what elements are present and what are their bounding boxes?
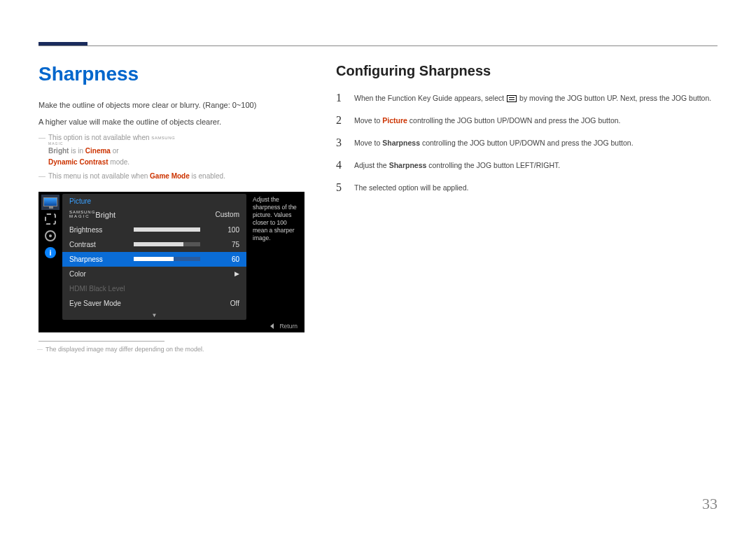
configuring-title: Configuring Sharpness — [336, 63, 718, 79]
eyesaver-label: Eye Saver Mode — [69, 300, 134, 307]
note1-mid: is in — [69, 147, 85, 155]
note1-end: mode. — [108, 158, 130, 166]
color-label: Color — [69, 270, 134, 278]
content-columns: Sharpness Make the outline of objects mo… — [38, 63, 718, 353]
osd-menu-screenshot: i Picture SAMSUNGMAGICBright Custom Brig… — [38, 192, 304, 332]
note-game-mode: This menu is not available when Game Mod… — [48, 171, 304, 182]
frame-icon — [41, 211, 59, 227]
step-5-number: 5 — [336, 181, 354, 194]
sharpness-value: 60 — [206, 255, 239, 263]
osd-row-hdmi-black-level: HDMI Black Level — [62, 281, 246, 296]
step-1-number: 1 — [336, 92, 354, 104]
footnote-text: The displayed image may differ depending… — [46, 346, 304, 353]
right-column: Configuring Sharpness 1 When the Functio… — [336, 63, 718, 353]
color-arrow-icon: ▶ — [206, 270, 239, 277]
eyesaver-value: Off — [206, 300, 239, 307]
return-arrow-icon — [270, 323, 274, 329]
step-1: 1 When the Function Key Guide appears, s… — [336, 92, 718, 104]
step-3-text: Move to Sharpness controlling the JOG bu… — [354, 136, 718, 149]
osd-row-sharpness: Sharpness 60 — [62, 252, 246, 267]
osd-main-panel: Picture SAMSUNGMAGICBright Custom Bright… — [62, 194, 246, 320]
step-4: 4 Adjust the Sharpness controlling the J… — [336, 159, 718, 171]
note2-pre: This menu is not available when — [48, 172, 150, 180]
step-4-text: Adjust the Sharpness controlling the JOG… — [354, 159, 718, 171]
osd-row-magicbright: SAMSUNGMAGICBright Custom — [62, 207, 246, 223]
step-5: 5 The selected option will be applied. — [336, 181, 718, 194]
step-3: 3 Move to Sharpness controlling the JOG … — [336, 136, 718, 149]
menu-icon — [507, 95, 517, 102]
osd-footer: Return — [38, 320, 304, 331]
monitor-icon — [41, 195, 59, 210]
step-2-number: 2 — [336, 114, 354, 127]
note-magic-bright: This option is not available when SAMSUN… — [48, 132, 304, 168]
dynamic-contrast-text: Dynamic Contrast — [48, 158, 108, 166]
osd-row-contrast: Contrast 75 — [62, 237, 246, 252]
note1-pre: This option is not available when — [48, 134, 151, 141]
page-number: 33 — [702, 495, 718, 513]
hdmi-label: HDMI Black Level — [69, 285, 125, 293]
section-title: Sharpness — [38, 63, 304, 85]
sharpness-label: Sharpness — [69, 255, 134, 263]
magicbright-label: SAMSUNGMAGICBright — [69, 211, 134, 219]
cinema-text: Cinema — [85, 147, 111, 155]
contrast-label: Contrast — [69, 241, 134, 248]
step-5-text: The selected option will be applied. — [354, 181, 718, 194]
top-rule — [38, 45, 718, 46]
osd-body: i Picture SAMSUNGMAGICBright Custom Brig… — [38, 192, 304, 320]
note1-or: or — [111, 147, 119, 155]
osd-row-brightness: Brightness 100 — [62, 223, 246, 237]
brightness-label: Brightness — [69, 226, 134, 234]
info-icon: i — [41, 245, 59, 260]
contrast-slider — [134, 242, 200, 246]
osd-row-color: Color ▶ — [62, 267, 246, 281]
gear-icon — [41, 228, 59, 244]
brightness-slider — [134, 227, 200, 232]
game-mode-text: Game Mode — [150, 172, 190, 180]
scroll-down-icon: ▼ — [62, 311, 246, 320]
step-4-number: 4 — [336, 159, 354, 171]
footnote-rule — [38, 341, 164, 342]
return-label: Return — [279, 323, 298, 330]
note2-end: is enabled. — [190, 172, 225, 180]
step-2-text: Move to Picture controlling the JOG butt… — [354, 114, 718, 127]
step-1-text: When the Function Key Guide appears, sel… — [354, 92, 718, 104]
osd-tooltip: Adjust the sharpness of the picture. Val… — [248, 192, 304, 320]
osd-row-eye-saver: Eye Saver Mode Off — [62, 296, 246, 311]
description-2: A higher value will make the outline of … — [38, 116, 304, 129]
description-1: Make the outline of objects more clear o… — [38, 99, 304, 112]
osd-header: Picture — [62, 194, 246, 207]
step-2: 2 Move to Picture controlling the JOG bu… — [336, 114, 718, 127]
left-column: Sharpness Make the outline of objects mo… — [38, 63, 304, 353]
top-accent-bar — [38, 42, 88, 45]
bright-text: Bright — [48, 147, 69, 155]
contrast-value: 75 — [206, 241, 239, 248]
magicbright-value: Custom — [206, 211, 239, 218]
step-3-number: 3 — [336, 136, 354, 149]
sharpness-slider — [134, 257, 200, 261]
brightness-value: 100 — [206, 226, 239, 234]
osd-sidebar: i — [38, 192, 62, 320]
